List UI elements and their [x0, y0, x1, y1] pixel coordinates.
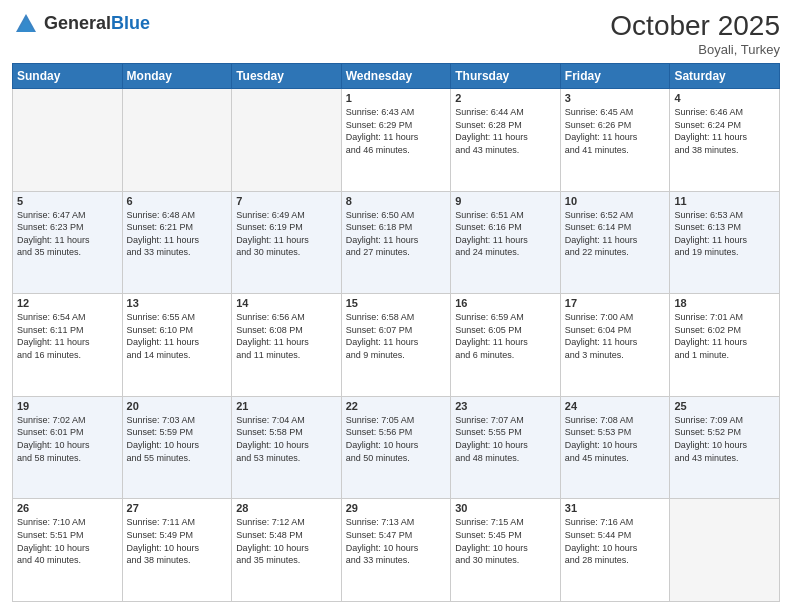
day-info: Sunrise: 6:50 AM Sunset: 6:18 PM Dayligh…: [346, 209, 447, 259]
table-row: 25Sunrise: 7:09 AM Sunset: 5:52 PM Dayli…: [670, 396, 780, 499]
day-number: 3: [565, 92, 666, 104]
logo-general-text: General: [44, 13, 111, 33]
header: GeneralBlue October 2025 Boyali, Turkey: [12, 10, 780, 57]
table-row: 29Sunrise: 7:13 AM Sunset: 5:47 PM Dayli…: [341, 499, 451, 602]
table-row: 10Sunrise: 6:52 AM Sunset: 6:14 PM Dayli…: [560, 191, 670, 294]
day-number: 9: [455, 195, 556, 207]
table-row: 20Sunrise: 7:03 AM Sunset: 5:59 PM Dayli…: [122, 396, 232, 499]
logo-icon: [12, 10, 40, 38]
day-number: 22: [346, 400, 447, 412]
table-row: [232, 89, 342, 192]
day-number: 5: [17, 195, 118, 207]
day-info: Sunrise: 6:45 AM Sunset: 6:26 PM Dayligh…: [565, 106, 666, 156]
table-row: 30Sunrise: 7:15 AM Sunset: 5:45 PM Dayli…: [451, 499, 561, 602]
day-info: Sunrise: 7:10 AM Sunset: 5:51 PM Dayligh…: [17, 516, 118, 566]
day-number: 20: [127, 400, 228, 412]
day-number: 21: [236, 400, 337, 412]
day-info: Sunrise: 7:15 AM Sunset: 5:45 PM Dayligh…: [455, 516, 556, 566]
day-number: 17: [565, 297, 666, 309]
day-info: Sunrise: 6:54 AM Sunset: 6:11 PM Dayligh…: [17, 311, 118, 361]
day-info: Sunrise: 6:47 AM Sunset: 6:23 PM Dayligh…: [17, 209, 118, 259]
table-row: [670, 499, 780, 602]
day-info: Sunrise: 7:11 AM Sunset: 5:49 PM Dayligh…: [127, 516, 228, 566]
day-number: 24: [565, 400, 666, 412]
day-number: 19: [17, 400, 118, 412]
day-info: Sunrise: 6:46 AM Sunset: 6:24 PM Dayligh…: [674, 106, 775, 156]
table-row: 6Sunrise: 6:48 AM Sunset: 6:21 PM Daylig…: [122, 191, 232, 294]
day-number: 2: [455, 92, 556, 104]
table-row: 21Sunrise: 7:04 AM Sunset: 5:58 PM Dayli…: [232, 396, 342, 499]
table-row: 31Sunrise: 7:16 AM Sunset: 5:44 PM Dayli…: [560, 499, 670, 602]
table-row: [13, 89, 123, 192]
col-monday: Monday: [122, 64, 232, 89]
day-number: 27: [127, 502, 228, 514]
col-wednesday: Wednesday: [341, 64, 451, 89]
day-number: 18: [674, 297, 775, 309]
table-row: 13Sunrise: 6:55 AM Sunset: 6:10 PM Dayli…: [122, 294, 232, 397]
day-number: 8: [346, 195, 447, 207]
day-info: Sunrise: 7:02 AM Sunset: 6:01 PM Dayligh…: [17, 414, 118, 464]
col-thursday: Thursday: [451, 64, 561, 89]
day-number: 4: [674, 92, 775, 104]
day-number: 29: [346, 502, 447, 514]
day-number: 23: [455, 400, 556, 412]
table-row: 19Sunrise: 7:02 AM Sunset: 6:01 PM Dayli…: [13, 396, 123, 499]
day-number: 30: [455, 502, 556, 514]
day-info: Sunrise: 7:04 AM Sunset: 5:58 PM Dayligh…: [236, 414, 337, 464]
page: GeneralBlue October 2025 Boyali, Turkey …: [0, 0, 792, 612]
day-info: Sunrise: 7:03 AM Sunset: 5:59 PM Dayligh…: [127, 414, 228, 464]
col-sunday: Sunday: [13, 64, 123, 89]
day-info: Sunrise: 7:16 AM Sunset: 5:44 PM Dayligh…: [565, 516, 666, 566]
table-row: 24Sunrise: 7:08 AM Sunset: 5:53 PM Dayli…: [560, 396, 670, 499]
day-number: 25: [674, 400, 775, 412]
table-row: 9Sunrise: 6:51 AM Sunset: 6:16 PM Daylig…: [451, 191, 561, 294]
table-row: 12Sunrise: 6:54 AM Sunset: 6:11 PM Dayli…: [13, 294, 123, 397]
day-number: 11: [674, 195, 775, 207]
day-info: Sunrise: 7:08 AM Sunset: 5:53 PM Dayligh…: [565, 414, 666, 464]
table-row: 27Sunrise: 7:11 AM Sunset: 5:49 PM Dayli…: [122, 499, 232, 602]
day-info: Sunrise: 7:13 AM Sunset: 5:47 PM Dayligh…: [346, 516, 447, 566]
calendar-header-row: Sunday Monday Tuesday Wednesday Thursday…: [13, 64, 780, 89]
logo-blue-text: Blue: [111, 13, 150, 33]
day-info: Sunrise: 7:05 AM Sunset: 5:56 PM Dayligh…: [346, 414, 447, 464]
table-row: 16Sunrise: 6:59 AM Sunset: 6:05 PM Dayli…: [451, 294, 561, 397]
day-info: Sunrise: 6:44 AM Sunset: 6:28 PM Dayligh…: [455, 106, 556, 156]
day-info: Sunrise: 6:52 AM Sunset: 6:14 PM Dayligh…: [565, 209, 666, 259]
calendar-week-row: 1Sunrise: 6:43 AM Sunset: 6:29 PM Daylig…: [13, 89, 780, 192]
location-subtitle: Boyali, Turkey: [610, 42, 780, 57]
col-saturday: Saturday: [670, 64, 780, 89]
calendar-week-row: 5Sunrise: 6:47 AM Sunset: 6:23 PM Daylig…: [13, 191, 780, 294]
table-row: 22Sunrise: 7:05 AM Sunset: 5:56 PM Dayli…: [341, 396, 451, 499]
calendar-table: Sunday Monday Tuesday Wednesday Thursday…: [12, 63, 780, 602]
title-block: October 2025 Boyali, Turkey: [610, 10, 780, 57]
day-number: 7: [236, 195, 337, 207]
table-row: [122, 89, 232, 192]
table-row: 26Sunrise: 7:10 AM Sunset: 5:51 PM Dayli…: [13, 499, 123, 602]
day-info: Sunrise: 7:01 AM Sunset: 6:02 PM Dayligh…: [674, 311, 775, 361]
day-number: 28: [236, 502, 337, 514]
day-number: 16: [455, 297, 556, 309]
table-row: 1Sunrise: 6:43 AM Sunset: 6:29 PM Daylig…: [341, 89, 451, 192]
table-row: 17Sunrise: 7:00 AM Sunset: 6:04 PM Dayli…: [560, 294, 670, 397]
day-info: Sunrise: 6:49 AM Sunset: 6:19 PM Dayligh…: [236, 209, 337, 259]
col-friday: Friday: [560, 64, 670, 89]
table-row: 3Sunrise: 6:45 AM Sunset: 6:26 PM Daylig…: [560, 89, 670, 192]
table-row: 11Sunrise: 6:53 AM Sunset: 6:13 PM Dayli…: [670, 191, 780, 294]
day-number: 31: [565, 502, 666, 514]
day-info: Sunrise: 6:43 AM Sunset: 6:29 PM Dayligh…: [346, 106, 447, 156]
day-number: 15: [346, 297, 447, 309]
calendar-week-row: 12Sunrise: 6:54 AM Sunset: 6:11 PM Dayli…: [13, 294, 780, 397]
table-row: 2Sunrise: 6:44 AM Sunset: 6:28 PM Daylig…: [451, 89, 561, 192]
day-info: Sunrise: 6:51 AM Sunset: 6:16 PM Dayligh…: [455, 209, 556, 259]
day-number: 13: [127, 297, 228, 309]
table-row: 5Sunrise: 6:47 AM Sunset: 6:23 PM Daylig…: [13, 191, 123, 294]
table-row: 23Sunrise: 7:07 AM Sunset: 5:55 PM Dayli…: [451, 396, 561, 499]
table-row: 4Sunrise: 6:46 AM Sunset: 6:24 PM Daylig…: [670, 89, 780, 192]
day-info: Sunrise: 6:48 AM Sunset: 6:21 PM Dayligh…: [127, 209, 228, 259]
day-info: Sunrise: 6:59 AM Sunset: 6:05 PM Dayligh…: [455, 311, 556, 361]
logo: GeneralBlue: [12, 10, 150, 38]
table-row: 8Sunrise: 6:50 AM Sunset: 6:18 PM Daylig…: [341, 191, 451, 294]
month-title: October 2025: [610, 10, 780, 42]
day-number: 12: [17, 297, 118, 309]
day-info: Sunrise: 6:53 AM Sunset: 6:13 PM Dayligh…: [674, 209, 775, 259]
